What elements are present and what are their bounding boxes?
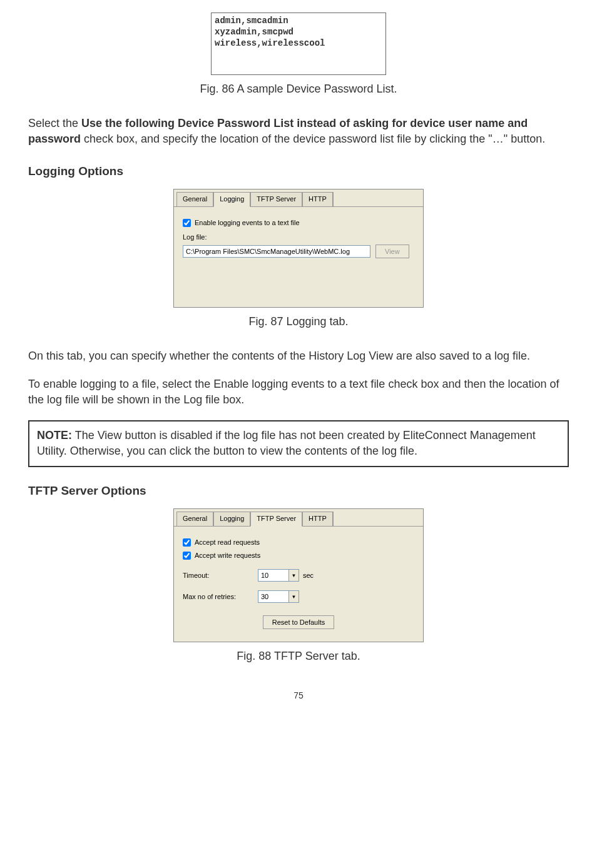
accept-write-checkbox[interactable] bbox=[183, 552, 191, 560]
logging-tab-row: General Logging TFTP Server HTTP bbox=[174, 189, 423, 206]
note-text: The View button is disabled if the log f… bbox=[37, 429, 536, 457]
timeout-unit: sec bbox=[303, 571, 314, 580]
accept-read-checkbox[interactable] bbox=[183, 538, 191, 547]
retries-dropdown-arrow[interactable]: ▼ bbox=[289, 590, 299, 603]
accept-read-label: Accept read requests bbox=[195, 538, 260, 547]
heading-tftp-options: TFTP Server Options bbox=[28, 483, 569, 500]
retries-combo: ▼ bbox=[258, 590, 299, 603]
logging-dialog: General Logging TFTP Server HTTP Enable … bbox=[173, 189, 424, 307]
timeout-row: Timeout: ▼ sec bbox=[183, 569, 414, 582]
tftp-panel-body: Accept read requests Accept write reques… bbox=[174, 527, 423, 642]
tab-tftp-server[interactable]: TFTP Server bbox=[250, 192, 302, 206]
reset-row: Reset to Defaults bbox=[183, 615, 414, 629]
para-history-log: On this tab, you can specify whether the… bbox=[28, 348, 569, 364]
enable-logging-checkbox[interactable] bbox=[183, 219, 191, 227]
timeout-dropdown-arrow[interactable]: ▼ bbox=[289, 569, 299, 582]
logging-panel-body: Enable logging events to a text file Log… bbox=[174, 207, 423, 307]
tab-general-2[interactable]: General bbox=[176, 512, 213, 525]
tftp-dialog: General Logging TFTP Server HTTP Accept … bbox=[173, 508, 424, 642]
logfile-input[interactable] bbox=[183, 245, 370, 258]
view-button: View bbox=[375, 245, 409, 258]
retries-input[interactable] bbox=[258, 590, 289, 603]
logfile-label: Log file: bbox=[183, 233, 414, 242]
tab-end-spacer-2 bbox=[333, 512, 336, 525]
timeout-combo: ▼ bbox=[258, 569, 299, 582]
para-enable-logging: To enable logging to a file, select the … bbox=[28, 376, 569, 408]
fig88-caption: Fig. 88 TFTP Server tab. bbox=[28, 648, 569, 664]
accept-read-row: Accept read requests bbox=[183, 538, 414, 547]
tab-end-spacer bbox=[333, 192, 336, 206]
heading-logging-options: Logging Options bbox=[28, 163, 569, 180]
enable-logging-row: Enable logging events to a text file bbox=[183, 218, 414, 228]
tab-http[interactable]: HTTP bbox=[302, 192, 333, 206]
note-label: NOTE: bbox=[37, 429, 72, 442]
tab-tftp-server-2[interactable]: TFTP Server bbox=[250, 512, 302, 526]
device-password-list-box: admin,smcadmin xyzadmin,smcpwd wireless,… bbox=[211, 13, 386, 75]
page-number: 75 bbox=[28, 690, 569, 702]
para-select-checkbox: Select the Use the following Device Pass… bbox=[28, 116, 569, 147]
fig86-caption: Fig. 86 A sample Device Password List. bbox=[28, 81, 569, 97]
note-box: NOTE: The View button is disabled if the… bbox=[28, 420, 569, 467]
accept-write-label: Accept write requests bbox=[195, 551, 260, 560]
retries-label: Max no of retries: bbox=[183, 592, 258, 602]
logfile-input-row: View bbox=[183, 245, 414, 258]
fig87-caption: Fig. 87 Logging tab. bbox=[28, 314, 569, 330]
timeout-input[interactable] bbox=[258, 569, 289, 582]
para1-suffix: check box, and specify the location of t… bbox=[81, 133, 545, 145]
tab-logging-2[interactable]: Logging bbox=[213, 512, 250, 525]
tab-http-2[interactable]: HTTP bbox=[302, 512, 333, 525]
tftp-tab-row: General Logging TFTP Server HTTP bbox=[174, 509, 423, 526]
para1-prefix: Select the bbox=[28, 117, 81, 129]
accept-write-row: Accept write requests bbox=[183, 551, 414, 560]
retries-row: Max no of retries: ▼ bbox=[183, 590, 414, 603]
tab-general[interactable]: General bbox=[176, 192, 213, 206]
tab-logging[interactable]: Logging bbox=[213, 192, 250, 206]
enable-logging-label: Enable logging events to a text file bbox=[195, 218, 300, 228]
reset-to-defaults-button[interactable]: Reset to Defaults bbox=[263, 615, 334, 629]
timeout-label: Timeout: bbox=[183, 571, 258, 580]
